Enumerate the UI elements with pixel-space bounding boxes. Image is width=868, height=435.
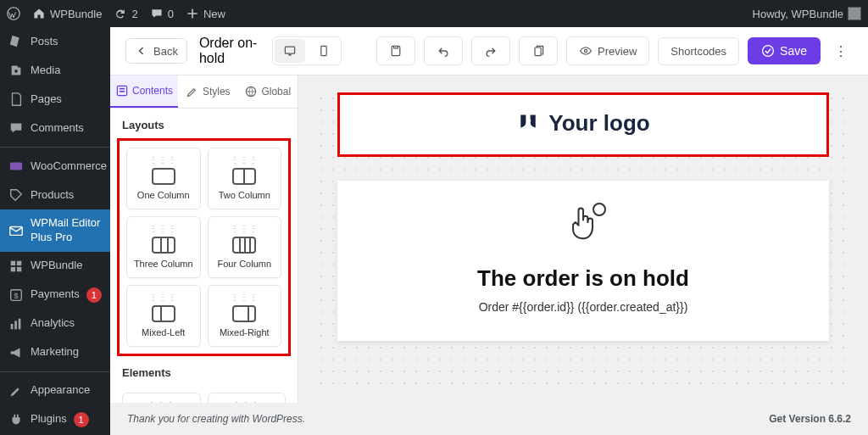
new-link[interactable]: New [186, 7, 225, 20]
comments-link[interactable]: 0 [150, 7, 174, 20]
site-name-label: WPBundle [50, 8, 102, 20]
site-link[interactable]: WPBundle [32, 7, 102, 20]
wp-logo[interactable] [7, 7, 20, 20]
refresh-count: 2 [131, 8, 137, 20]
admin-bar: WPBundle 2 0 New Howdy, WPBundle [0, 0, 868, 27]
howdy-link[interactable]: Howdy, WPBundle [753, 7, 861, 20]
avatar-icon [848, 7, 861, 20]
howdy-text: Howdy, WPBundle [753, 8, 843, 20]
refresh-link[interactable]: 2 [114, 7, 137, 20]
comment-count: 0 [168, 8, 174, 20]
new-label: New [203, 8, 225, 20]
